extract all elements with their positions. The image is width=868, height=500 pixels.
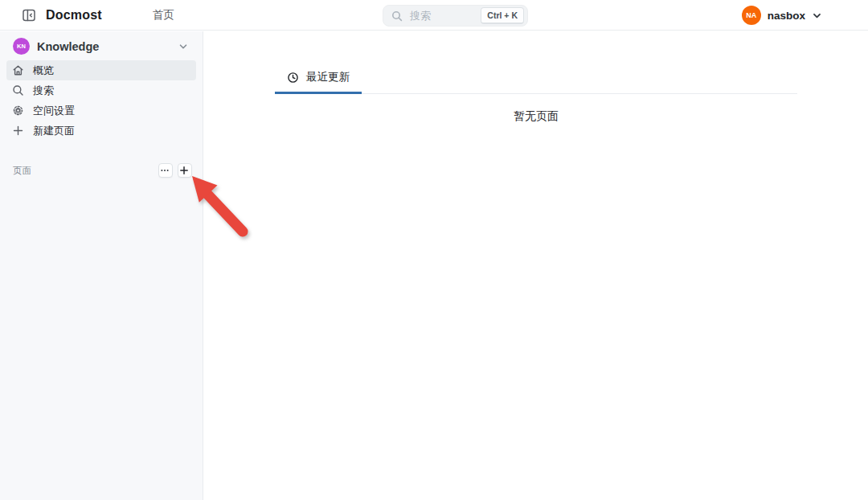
search-placeholder: 搜索 <box>410 9 481 23</box>
tab-recently-updated[interactable]: 最近更新 <box>275 65 362 94</box>
add-page-button[interactable] <box>178 163 192 178</box>
user-avatar: NA <box>742 6 761 25</box>
space-avatar: KN <box>13 38 30 55</box>
brand: Docmost <box>0 7 102 23</box>
tab-label: 最近更新 <box>306 70 350 84</box>
topbar: Docmost 首页 搜索 Ctrl + K NA nasbox <box>0 0 868 31</box>
sidebar-item-label: 搜索 <box>33 84 54 98</box>
clock-icon <box>287 72 299 84</box>
user-menu[interactable]: NA nasbox <box>742 0 824 31</box>
app-title[interactable]: Docmost <box>46 8 102 23</box>
sidebar-item-search[interactable]: 搜索 <box>6 80 196 100</box>
space-name: Knowledge <box>37 40 170 53</box>
sidebar-toggle-icon[interactable] <box>21 7 37 23</box>
pages-section-header: 页面 <box>0 163 203 178</box>
chevron-down-icon <box>178 41 190 52</box>
sidebar-menu: 概览 搜索 空间设置 <box>0 59 203 141</box>
home-icon <box>12 64 24 76</box>
search-icon <box>391 10 403 22</box>
plus-icon <box>12 125 24 137</box>
sidebar-item-label: 概览 <box>33 64 54 78</box>
sidebar-item-overview[interactable]: 概览 <box>6 60 196 80</box>
sidebar-item-space-settings[interactable]: 空间设置 <box>6 100 196 121</box>
search-icon <box>12 84 24 96</box>
search-input[interactable]: 搜索 Ctrl + K <box>383 5 528 27</box>
sidebar-item-label: 空间设置 <box>33 104 75 118</box>
space-switcher[interactable]: KN Knowledge <box>6 35 196 57</box>
empty-state-text: 暂无页面 <box>275 109 797 124</box>
chevron-down-icon <box>812 10 824 21</box>
pages-section-label: 页面 <box>13 165 154 177</box>
pages-more-button[interactable] <box>158 163 173 178</box>
tab-bar: 最近更新 <box>275 65 797 94</box>
gear-icon <box>12 105 24 117</box>
search-shortcut-badge: Ctrl + K <box>481 7 524 24</box>
home-nav-link[interactable]: 首页 <box>153 8 174 23</box>
ellipsis-icon <box>160 166 172 175</box>
sidebar: KN Knowledge 概览 <box>0 31 203 500</box>
user-name: nasbox <box>768 10 805 22</box>
plus-icon <box>179 166 191 175</box>
sidebar-item-label: 新建页面 <box>33 124 75 138</box>
sidebar-item-new-page[interactable]: 新建页面 <box>6 121 196 141</box>
main-content: 最近更新 暂无页面 <box>204 31 868 500</box>
